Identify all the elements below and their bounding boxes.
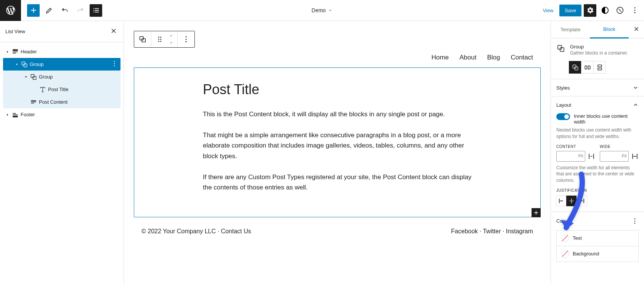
tree-item-post-content[interactable]: Post Content bbox=[3, 96, 120, 108]
svg-point-1 bbox=[634, 7, 635, 8]
close-list-view-button[interactable] bbox=[108, 26, 119, 37]
drag-handle[interactable] bbox=[153, 32, 167, 46]
nav-link[interactable]: Home bbox=[432, 54, 449, 61]
color-panel-header[interactable]: Color bbox=[551, 212, 644, 230]
content-width-toggle[interactable] bbox=[556, 113, 570, 120]
svg-rect-24 bbox=[573, 65, 576, 68]
justify-right-button[interactable] bbox=[577, 196, 587, 206]
styles-button[interactable] bbox=[599, 4, 611, 17]
insert-block-button[interactable] bbox=[532, 208, 541, 217]
svg-point-8 bbox=[114, 66, 115, 67]
svg-point-14 bbox=[160, 37, 161, 38]
post-title[interactable]: Post Title bbox=[203, 82, 472, 98]
chevron-down-icon bbox=[328, 8, 332, 13]
group-block[interactable]: Post Title This is the Post Content bloc… bbox=[134, 67, 541, 217]
layout-panel-header[interactable]: Layout bbox=[551, 96, 644, 113]
content-block-icon bbox=[30, 98, 39, 106]
justify-left-button[interactable] bbox=[556, 196, 567, 206]
settings-button[interactable] bbox=[584, 4, 596, 17]
wide-width-input[interactable]: PX bbox=[600, 151, 629, 162]
nav-link[interactable]: Blog bbox=[487, 54, 500, 61]
chevron-right-icon bbox=[5, 112, 10, 117]
svg-rect-12 bbox=[142, 39, 145, 42]
color-swatch bbox=[561, 250, 569, 258]
footer-social: Facebook · Twitter · Instagram bbox=[451, 228, 533, 235]
svg-point-18 bbox=[160, 41, 161, 42]
checklist-button[interactable] bbox=[613, 4, 626, 17]
social-link[interactable]: Instagram bbox=[506, 228, 533, 234]
color-swatch bbox=[561, 234, 569, 242]
background-color-item[interactable]: Background bbox=[556, 246, 639, 262]
block-type-button[interactable] bbox=[136, 32, 149, 46]
group-block-icon bbox=[30, 73, 39, 81]
tree-item-post-title[interactable]: Post Title bbox=[3, 83, 120, 96]
svg-point-21 bbox=[186, 41, 187, 42]
svg-point-3 bbox=[634, 12, 635, 13]
chevron-down-icon bbox=[24, 75, 28, 79]
svg-point-32 bbox=[634, 223, 636, 224]
tree-item-header[interactable]: Header bbox=[3, 45, 120, 58]
svg-rect-28 bbox=[598, 65, 602, 67]
block-name: Group bbox=[570, 44, 628, 50]
post-content[interactable]: This is the Post Content block, it will … bbox=[203, 109, 472, 193]
title-block-icon bbox=[39, 86, 48, 93]
nav-link[interactable]: About bbox=[459, 54, 476, 61]
svg-rect-11 bbox=[140, 37, 143, 40]
redo-button[interactable] bbox=[74, 4, 87, 17]
svg-rect-26 bbox=[585, 66, 587, 69]
variation-stack-button[interactable] bbox=[593, 61, 606, 74]
social-link[interactable]: Twitter bbox=[483, 228, 501, 234]
wordpress-logo[interactable] bbox=[0, 0, 21, 21]
document-title[interactable]: Demo bbox=[312, 7, 326, 13]
chevron-down-icon bbox=[14, 62, 19, 67]
svg-point-16 bbox=[160, 39, 161, 40]
text-color-item[interactable]: Text bbox=[556, 230, 639, 246]
edit-button[interactable] bbox=[43, 4, 55, 17]
svg-point-13 bbox=[158, 37, 159, 38]
nav-link[interactable]: Contact bbox=[511, 54, 533, 61]
tree-item-group[interactable]: Group bbox=[3, 58, 120, 71]
more-menu-button[interactable] bbox=[628, 4, 641, 17]
variation-group-button[interactable] bbox=[569, 61, 581, 74]
footer-block-icon bbox=[11, 111, 21, 119]
more-icon[interactable] bbox=[111, 60, 118, 67]
undo-button[interactable] bbox=[58, 4, 71, 17]
social-link[interactable]: Facebook bbox=[451, 228, 478, 234]
save-button[interactable]: Save bbox=[559, 5, 581, 16]
group-block-icon bbox=[21, 61, 30, 68]
svg-point-2 bbox=[634, 10, 635, 11]
list-view-button[interactable] bbox=[90, 4, 102, 17]
tab-template[interactable]: Template bbox=[551, 21, 590, 38]
block-more-button[interactable] bbox=[179, 32, 193, 46]
close-settings-button[interactable] bbox=[629, 21, 644, 38]
add-block-button[interactable] bbox=[27, 4, 40, 17]
move-down-button[interactable] bbox=[167, 39, 176, 46]
list-view-title: List View bbox=[5, 29, 25, 34]
tree-item-footer[interactable]: Footer bbox=[3, 108, 120, 121]
svg-point-6 bbox=[114, 61, 115, 62]
svg-rect-22 bbox=[558, 45, 562, 49]
tab-block[interactable]: Block bbox=[590, 21, 629, 39]
svg-rect-10 bbox=[33, 76, 36, 79]
chevron-up-icon bbox=[633, 102, 639, 108]
svg-point-20 bbox=[186, 39, 187, 40]
chevron-right-icon bbox=[5, 50, 10, 54]
wide-width-icon bbox=[631, 151, 639, 162]
svg-rect-27 bbox=[588, 66, 590, 69]
nav-menu: Home About Blog Contact bbox=[134, 51, 541, 67]
more-icon[interactable] bbox=[631, 217, 639, 225]
svg-rect-23 bbox=[560, 48, 564, 51]
svg-point-19 bbox=[186, 36, 187, 37]
move-up-button[interactable] bbox=[167, 32, 176, 39]
tree-item-group-inner[interactable]: Group bbox=[3, 71, 120, 83]
block-toolbar bbox=[134, 31, 195, 48]
svg-rect-25 bbox=[575, 67, 578, 70]
justify-center-button[interactable] bbox=[566, 196, 577, 206]
footer-copyright: © 2022 Your Company LLC · Contact Us bbox=[141, 228, 251, 235]
variation-row-button[interactable] bbox=[581, 61, 594, 74]
content-width-input[interactable]: PX bbox=[556, 151, 585, 162]
contact-link[interactable]: Contact Us bbox=[221, 228, 251, 234]
svg-point-7 bbox=[114, 63, 115, 64]
view-button[interactable]: View bbox=[539, 5, 557, 16]
styles-panel-header[interactable]: Styles bbox=[551, 79, 644, 96]
